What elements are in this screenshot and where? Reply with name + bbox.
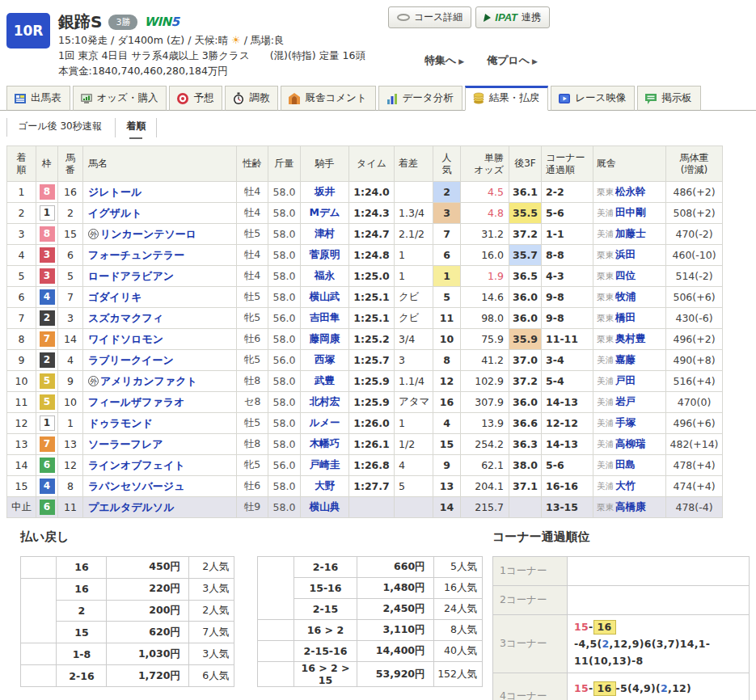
- col-header-margin: 着差: [395, 146, 433, 182]
- horse-name-link[interactable]: ラパンセソバージュ: [88, 480, 184, 492]
- finish-position: 8: [7, 329, 36, 350]
- jockey-link[interactable]: 西塚: [315, 353, 335, 365]
- trainer-link[interactable]: 手塚: [615, 416, 636, 428]
- horse-name-link[interactable]: ロードアラビアン: [88, 270, 174, 282]
- forecast-icon: [176, 92, 189, 105]
- payout-amount: 2,450円: [357, 599, 433, 620]
- horse-name-link[interactable]: ワイドソロモン: [88, 333, 163, 345]
- horse-name-link[interactable]: フィールザファラオ: [88, 396, 184, 408]
- jockey-link[interactable]: 津村: [315, 227, 335, 239]
- trainer-link[interactable]: 高橋康: [615, 500, 646, 512]
- table-row: 4 3 6 フォーチュンテラー 牡4 58.0 菅原明 1:24.8 1 6 1…: [7, 245, 723, 266]
- corner-value: 15-16-4,5(2,12,9)6(3,7)14,1-11(10,13)-8: [568, 615, 750, 673]
- tab-kekka-haraimodoshi[interactable]: 結果・払戻: [465, 86, 549, 111]
- horse-name-link[interactable]: イグザルト: [88, 207, 142, 219]
- jockey-cell: 吉田隼: [301, 308, 349, 329]
- finish-time: 1:25.7: [349, 350, 395, 371]
- subtab-chakujun[interactable]: 着順: [115, 118, 157, 137]
- horse-name-link[interactable]: スズカマクフィ: [88, 312, 163, 324]
- trainer-link[interactable]: 浜田: [615, 248, 636, 260]
- tab-data-bunseki[interactable]: データ分析: [378, 86, 462, 111]
- subtab-goal-flash[interactable]: ゴール後 30秒速報: [6, 118, 112, 137]
- horse-number: 4: [58, 350, 83, 371]
- jockey-link[interactable]: 戸崎圭: [310, 458, 340, 470]
- jockey-link[interactable]: 坂井: [315, 185, 335, 197]
- ipat-link-button[interactable]: IPAT 連携: [475, 6, 550, 28]
- horse-name-link[interactable]: ジレトール: [88, 186, 141, 198]
- tokushu-link[interactable]: 特集へ▶: [424, 53, 464, 68]
- tab-chokyo[interactable]: 調教: [225, 86, 278, 111]
- corner-label: 4コーナー: [493, 673, 568, 700]
- horse-name-link[interactable]: ゴダイリキ: [88, 291, 142, 303]
- load-weight: 58.0: [268, 329, 301, 350]
- jockey-link[interactable]: 吉田隼: [310, 311, 340, 323]
- corner-label: 3コーナー: [493, 615, 568, 673]
- jockey-link[interactable]: ルメー: [309, 416, 340, 428]
- horse-name-link[interactable]: ドゥラモンド: [88, 417, 153, 429]
- horse-weight: 470(0): [666, 392, 723, 413]
- trainer-link[interactable]: 田中剛: [615, 206, 646, 218]
- horse-weight: 496(+6): [666, 413, 723, 434]
- payout-row: ワイド 2-16 660円 5人気: [258, 557, 483, 578]
- horse-weight: 482(+14): [666, 434, 723, 455]
- corner-value: [568, 557, 750, 586]
- popularity: 1: [433, 266, 461, 287]
- jockey-link[interactable]: Mデム: [309, 206, 340, 218]
- frame-badge: 8: [40, 226, 55, 242]
- horse-name-link[interactable]: ソーラーフレア: [88, 438, 163, 450]
- jockey-link[interactable]: 藤岡康: [310, 332, 340, 344]
- jockey-link[interactable]: 大野: [315, 479, 335, 491]
- orepro-link[interactable]: 俺プロへ▶: [487, 53, 538, 68]
- corner-section-title: コーナー通過順位: [492, 529, 750, 545]
- jockey-cell: 横山典: [301, 497, 349, 518]
- corner-order: 5-6: [542, 203, 593, 224]
- jockey-link[interactable]: 北村宏: [310, 395, 340, 407]
- training-center: 美浦: [597, 481, 614, 491]
- course-detail-button[interactable]: コース詳細: [388, 6, 472, 28]
- payout-popularity: 5人気: [433, 557, 482, 578]
- trainer-link[interactable]: 嘉藤: [615, 353, 636, 365]
- frame-badge: 5: [40, 373, 55, 389]
- trainer-link[interactable]: 大竹: [615, 479, 636, 491]
- jockey-link[interactable]: 菅原明: [310, 248, 340, 260]
- horse-name-link[interactable]: アメリカンファクト: [100, 375, 197, 387]
- jockey-link[interactable]: 武豊: [315, 374, 335, 386]
- jockey-link[interactable]: 木幡巧: [310, 437, 340, 449]
- horse-name-link[interactable]: ラインオブフェイト: [88, 459, 185, 471]
- trainer-link[interactable]: 加藤士: [615, 227, 646, 239]
- tab-keijiban[interactable]: 掲示板: [637, 86, 701, 111]
- trainer-link[interactable]: 牧浦: [615, 290, 636, 302]
- horse-number: 11: [58, 497, 83, 518]
- frame-cell: 8: [36, 182, 58, 203]
- corner-order-table: 1コーナー 2コーナー 3コーナー 15-16-4,5(2,12,9)6(3,7…: [492, 556, 750, 700]
- jockey-link[interactable]: 横山武: [310, 290, 340, 302]
- trainer-link[interactable]: 高柳瑞: [615, 437, 646, 449]
- frame-badge: 6: [40, 500, 55, 515]
- tab-kyusha-comment[interactable]: 厩舎コメント: [281, 86, 375, 111]
- horse-name-link[interactable]: ラブリークイーン: [88, 354, 174, 366]
- tab-yoso[interactable]: 予想: [169, 86, 222, 111]
- trainer-link[interactable]: 田島: [615, 458, 636, 470]
- sex-age: 牡4: [237, 182, 268, 203]
- tab-shutsubahyo[interactable]: 出馬表: [6, 86, 70, 111]
- col-header-odds: 単勝 オッズ: [461, 146, 509, 182]
- payout-section: 払い戻し 単勝 16 450円 2人気 複勝 16 220円 3人気 2 200…: [20, 529, 483, 700]
- horse-cell: ロードアラビアン: [83, 266, 237, 287]
- corner-order: 9-8: [542, 287, 593, 308]
- tab-race-eizo[interactable]: レース映像: [551, 86, 635, 111]
- trainer-link[interactable]: 岩戸: [615, 395, 636, 407]
- horse-name-link[interactable]: フォーチュンテラー: [88, 249, 184, 261]
- trainer-link[interactable]: 奥村豊: [615, 332, 646, 344]
- horse-name-link[interactable]: リンカーンテソーロ: [100, 228, 196, 240]
- trainer-link[interactable]: 橋田: [615, 311, 636, 323]
- jockey-link[interactable]: 福永: [315, 269, 335, 281]
- race-results-table: 着 順 枠 馬 番 馬名 性齢 斤量 騎手 タイム 着差 人 気 単勝 オッズ …: [6, 145, 723, 518]
- jockey-link[interactable]: 横山典: [310, 500, 340, 512]
- win-odds: 13.9: [461, 413, 509, 434]
- horse-name-link[interactable]: プエルタデルソル: [88, 501, 174, 513]
- corner-order: 11-11: [542, 329, 593, 350]
- trainer-link[interactable]: 松永幹: [615, 185, 646, 197]
- tab-odds-purchase[interactable]: オッズ・購入: [73, 86, 167, 111]
- trainer-link[interactable]: 四位: [615, 269, 636, 281]
- trainer-link[interactable]: 戸田: [615, 374, 636, 386]
